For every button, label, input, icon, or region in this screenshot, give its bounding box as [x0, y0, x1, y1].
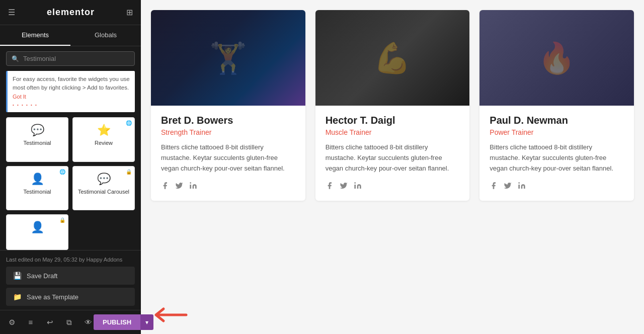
- trainer-name-paul: Paul D. Newman: [490, 115, 624, 126]
- trainer-image-hector: [315, 10, 470, 106]
- twitter-icon-hector[interactable]: [340, 182, 348, 192]
- last-edited-text: Last edited on May 29, 05:32 by Happy Ad…: [6, 255, 135, 267]
- facebook-icon-bret[interactable]: [161, 182, 169, 192]
- trainer-social-paul: [490, 182, 624, 192]
- trainer-role-hector: Muscle Trainer: [326, 128, 460, 136]
- trainer-name-bret: Bret D. Bowers: [161, 115, 295, 126]
- globe-badge-testimonial2: 🌐: [59, 169, 65, 175]
- settings-icon[interactable]: ⚙: [6, 318, 17, 327]
- sidebar: ☰ elementor ⊞ Elements Globals 🔍 Testimo…: [0, 0, 141, 334]
- got-it-link[interactable]: Got It: [13, 94, 26, 100]
- save-template-button[interactable]: 📁 Save as Template: [6, 288, 135, 306]
- sidebar-footer: Last edited on May 29, 05:32 by Happy Ad…: [0, 250, 141, 310]
- facebook-icon-paul[interactable]: [490, 182, 498, 192]
- trainer-desc-hector: Bitters cliche tattooed 8-bit distillery…: [326, 142, 460, 174]
- linkedin-icon-bret[interactable]: [189, 182, 197, 192]
- twitter-icon-paul[interactable]: [504, 182, 512, 192]
- widgets-grid: 💬 Testimonial 🌐 ⭐ Review 🌐 👤 Testimonial…: [0, 117, 141, 250]
- widget-testimonial-1[interactable]: 💬 Testimonial: [6, 117, 68, 162]
- grid-icon[interactable]: ⊞: [126, 8, 133, 17]
- linkedin-icon-hector[interactable]: [354, 182, 362, 192]
- trainer-social-hector: [326, 182, 460, 192]
- facebook-icon-hector[interactable]: [326, 182, 334, 192]
- save-draft-button[interactable]: 💾 Save Draft: [6, 267, 135, 285]
- globe-badge-review: 🌐: [126, 120, 132, 126]
- save-template-icon: 📁: [13, 293, 22, 301]
- linkedin-icon-paul[interactable]: [518, 182, 526, 192]
- trainer-desc-paul: Bitters cliche tattooed 8-bit distillery…: [490, 142, 624, 174]
- widget-testimonial-carousel[interactable]: 🔒 💬 Testimonial Carousel: [72, 166, 135, 211]
- trainer-desc-bret: Bitters cliche tattooed 8-bit distillery…: [161, 142, 295, 174]
- tab-elements[interactable]: Elements: [0, 25, 70, 46]
- search-bar: 🔍 Testimonial: [0, 46, 141, 71]
- svg-point-2: [519, 183, 520, 184]
- trainer-role-paul: Power Trainer: [490, 128, 624, 136]
- carousel-icon: 💬: [97, 173, 111, 186]
- hamburger-icon[interactable]: ☰: [8, 8, 15, 17]
- review-icon: ⭐: [97, 124, 111, 137]
- tab-globals[interactable]: Globals: [70, 25, 141, 46]
- widget-label-testimonial-1: Testimonial: [23, 140, 51, 146]
- red-arrow-svg: [151, 305, 191, 325]
- widget-partial[interactable]: 🔒 👤: [6, 214, 68, 250]
- publish-button[interactable]: PUBLISH: [94, 314, 140, 330]
- trainer-card-hector: Hector T. Daigl Muscle Trainer Bitters c…: [315, 10, 470, 201]
- search-icon: 🔍: [12, 55, 19, 62]
- widget-label-review: Review: [95, 140, 113, 146]
- save-draft-label: Save Draft: [27, 272, 57, 280]
- widget-testimonial-2[interactable]: 🌐 👤 Testimonial: [6, 166, 68, 211]
- widget-review[interactable]: 🌐 ⭐ Review: [72, 117, 135, 162]
- lock-badge-partial: 🔒: [59, 217, 65, 223]
- sidebar-header: ☰ elementor ⊞: [0, 0, 141, 25]
- bottom-left-icons: ⚙ ≡ ↩ ⧉ 👁: [6, 318, 94, 327]
- widget-label-carousel: Testimonial Carousel: [78, 189, 129, 195]
- trainer-card-body-paul: Paul D. Newman Power Trainer Bitters cli…: [479, 106, 634, 201]
- lock-badge-carousel: 🔒: [126, 169, 132, 175]
- partial-icon: 👤: [31, 221, 44, 234]
- trainer-card-body-bret: Bret D. Bowers Strength Trainer Bitters …: [151, 106, 305, 201]
- testimonial-icon-2: 👤: [31, 173, 44, 186]
- trainer-image-bret: [151, 10, 305, 106]
- testimonial-icon-1: 💬: [31, 124, 44, 137]
- trainer-image-paul: [479, 10, 634, 106]
- trainer-social-bret: [161, 182, 295, 192]
- publish-wrapper: PUBLISH ▾: [94, 314, 153, 330]
- history-icon[interactable]: ↩: [44, 318, 55, 327]
- layers-icon[interactable]: ≡: [25, 318, 36, 327]
- trainer-card-body-hector: Hector T. Daigl Muscle Trainer Bitters c…: [315, 106, 470, 201]
- search-input[interactable]: Testimonial: [23, 55, 129, 62]
- svg-point-0: [190, 183, 191, 184]
- trainer-role-bret: Strength Trainer: [161, 128, 295, 136]
- svg-point-1: [354, 183, 356, 184]
- bottom-buttons: 💾 Save Draft 📁 Save as Template: [6, 267, 135, 306]
- bottom-full-bar: ⚙ ≡ ↩ ⧉ 👁 PUBLISH ▾: [0, 310, 141, 334]
- dots-decoration: • • • • • •: [13, 102, 130, 108]
- twitter-icon-bret[interactable]: [175, 182, 183, 192]
- app-title: elementor: [47, 7, 95, 18]
- info-banner: For easy access, favorite the widgets yo…: [6, 71, 135, 112]
- trainer-cards-container: Bret D. Bowers Strength Trainer Bitters …: [151, 10, 634, 201]
- info-text: For easy access, favorite the widgets yo…: [13, 75, 130, 108]
- preview-icon[interactable]: 👁: [83, 318, 94, 327]
- trainer-card-bret: Bret D. Bowers Strength Trainer Bitters …: [151, 10, 305, 201]
- sidebar-tabs: Elements Globals: [0, 25, 141, 46]
- save-template-label: Save as Template: [27, 293, 78, 301]
- widget-label-testimonial-2: Testimonial: [23, 189, 51, 195]
- main-content: Bret D. Bowers Strength Trainer Bitters …: [141, 0, 644, 334]
- red-arrow-indicator: [151, 305, 191, 325]
- save-draft-icon: 💾: [13, 272, 22, 280]
- responsive-icon[interactable]: ⧉: [63, 318, 74, 327]
- trainer-name-hector: Hector T. Daigl: [326, 115, 460, 126]
- trainer-card-paul: Paul D. Newman Power Trainer Bitters cli…: [479, 10, 634, 201]
